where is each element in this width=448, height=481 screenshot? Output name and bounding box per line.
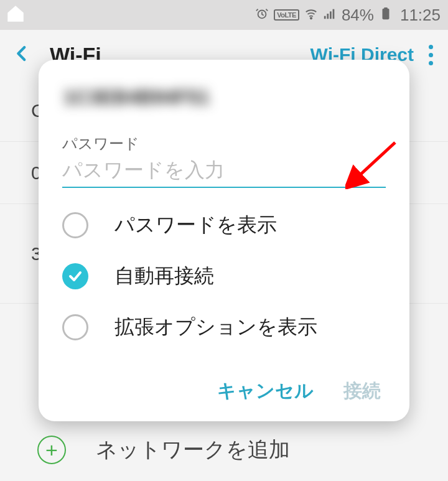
- wifi-connect-dialog: 1C3EB4B94F51 パスワード パスワードを表示 自動再接続 拡張オプショ…: [39, 60, 409, 421]
- checkbox-off-icon[interactable]: [62, 314, 88, 340]
- password-input[interactable]: [62, 156, 386, 188]
- show-password-label: パスワードを表示: [114, 212, 277, 239]
- advanced-options-row[interactable]: 拡張オプションを表示: [62, 314, 386, 341]
- network-name: 1C3EB4B94F51: [62, 86, 386, 109]
- checkbox-on-icon[interactable]: [62, 263, 88, 289]
- dialog-actions: キャンセル 接続: [62, 378, 386, 404]
- password-label: パスワード: [62, 134, 386, 154]
- advanced-options-label: 拡張オプションを表示: [114, 314, 317, 341]
- auto-reconnect-row[interactable]: 自動再接続: [62, 263, 386, 290]
- checkbox-off-icon[interactable]: [62, 212, 88, 238]
- show-password-row[interactable]: パスワードを表示: [62, 212, 386, 239]
- connect-button[interactable]: 接続: [343, 378, 381, 404]
- cancel-button[interactable]: キャンセル: [217, 378, 314, 404]
- auto-reconnect-label: 自動再接続: [114, 263, 214, 290]
